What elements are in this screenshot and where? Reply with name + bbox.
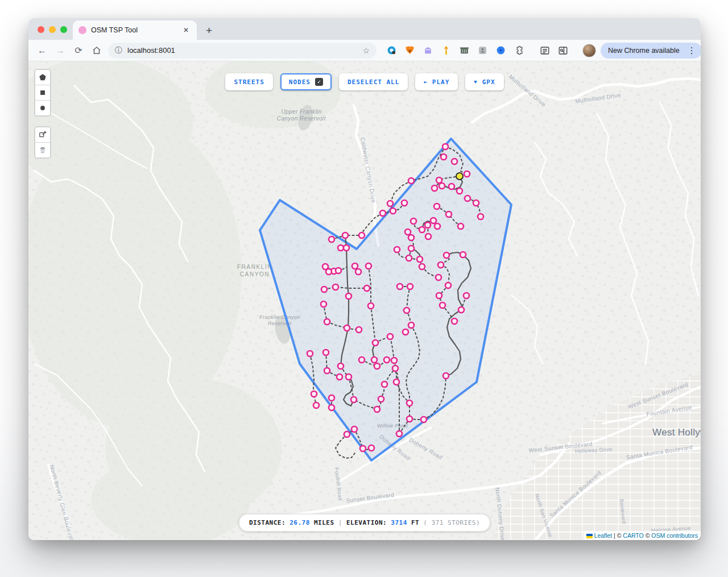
route-node[interactable] <box>338 245 344 251</box>
start-node[interactable] <box>456 173 463 180</box>
route-node[interactable] <box>441 154 446 160</box>
route-node[interactable] <box>352 263 358 269</box>
side-panel-search-icon[interactable] <box>556 44 570 57</box>
route-node[interactable] <box>464 293 469 298</box>
route-node[interactable] <box>407 284 413 289</box>
osm-link[interactable]: OSM contributors <box>651 532 698 539</box>
gray-person-extension-icon[interactable] <box>475 44 489 57</box>
puzzle-extensions-icon[interactable] <box>512 44 526 57</box>
route-node[interactable] <box>321 287 327 292</box>
route-node[interactable] <box>369 445 374 451</box>
torch-extension-icon[interactable] <box>439 44 453 57</box>
url-text[interactable]: localhost:8001 <box>127 46 357 55</box>
leaflet-link[interactable]: Leaflet <box>594 532 613 539</box>
route-node[interactable] <box>364 285 370 291</box>
route-node[interactable] <box>464 171 470 177</box>
route-node[interactable] <box>344 431 350 437</box>
route-node[interactable] <box>360 446 366 451</box>
route-node[interactable] <box>438 262 444 268</box>
route-node[interactable] <box>359 233 365 238</box>
route-node[interactable] <box>368 303 374 309</box>
route-node[interactable] <box>405 229 411 235</box>
route-node[interactable] <box>329 236 334 242</box>
route-node[interactable] <box>333 284 338 290</box>
route-node[interactable] <box>407 400 412 406</box>
route-node[interactable] <box>478 214 483 219</box>
tab-close-icon[interactable]: ✕ <box>181 26 191 34</box>
route-node[interactable] <box>392 366 398 371</box>
route-node[interactable] <box>336 268 341 273</box>
route-node[interactable] <box>408 322 414 328</box>
route-node[interactable] <box>371 357 377 363</box>
route-node[interactable] <box>449 184 454 189</box>
route-node[interactable] <box>411 218 416 224</box>
blue-lock-extension-icon[interactable] <box>384 44 398 57</box>
route-node[interactable] <box>380 210 386 216</box>
route-node[interactable] <box>402 200 407 206</box>
route-node[interactable] <box>404 308 410 313</box>
route-node[interactable] <box>326 269 332 275</box>
route-node[interactable] <box>387 201 393 206</box>
route-node[interactable] <box>351 426 357 432</box>
route-node[interactable] <box>394 379 399 385</box>
map-button-nodes[interactable]: NODES✓ <box>280 73 332 90</box>
route-node[interactable] <box>434 204 440 209</box>
route-node[interactable] <box>324 319 330 325</box>
route-node[interactable] <box>329 395 334 401</box>
back-icon[interactable]: ← <box>35 44 49 57</box>
route-node[interactable] <box>387 334 393 339</box>
route-node[interactable] <box>337 374 342 380</box>
route-node[interactable] <box>355 269 361 275</box>
map-button-streets[interactable]: STREETS <box>225 73 272 90</box>
route-node[interactable] <box>452 318 457 324</box>
chrome-update-button[interactable]: New Chrome available ⋮ <box>601 43 701 59</box>
map-canvas[interactable]: Upper FranklinCanyon ReservoirColdwater … <box>28 61 701 540</box>
delete-layers-button[interactable] <box>35 143 50 157</box>
route-node[interactable] <box>344 245 349 251</box>
forward-icon[interactable]: → <box>53 44 67 57</box>
route-node[interactable] <box>396 431 402 437</box>
route-node[interactable] <box>307 351 313 356</box>
route-node[interactable] <box>458 223 464 229</box>
ghost-extension-icon[interactable] <box>421 44 435 57</box>
map-button-play[interactable]: ►PLAY <box>415 73 458 90</box>
route-node[interactable] <box>378 396 384 402</box>
reload-icon[interactable]: ⟳ <box>72 44 85 57</box>
route-node[interactable] <box>394 247 400 252</box>
route-node[interactable] <box>346 293 351 299</box>
route-node[interactable] <box>419 227 425 233</box>
route-node[interactable] <box>442 144 448 150</box>
route-node[interactable] <box>344 325 350 331</box>
route-node[interactable] <box>419 264 425 269</box>
reading-list-icon[interactable] <box>538 44 552 57</box>
route-node[interactable] <box>403 329 408 335</box>
route-node[interactable] <box>391 358 397 363</box>
route-node[interactable] <box>366 263 371 269</box>
draw-polygon-button[interactable] <box>35 70 50 85</box>
map-viewport[interactable]: Upper FranklinCanyon ReservoirColdwater … <box>28 61 701 540</box>
route-node[interactable] <box>421 417 427 422</box>
route-node[interactable] <box>408 246 414 251</box>
route-node[interactable] <box>436 177 442 183</box>
route-node[interactable] <box>435 223 440 229</box>
new-tab-button[interactable]: + <box>206 25 212 36</box>
draw-circle-button[interactable] <box>35 101 50 115</box>
route-node[interactable] <box>382 381 387 387</box>
route-node[interactable] <box>390 208 396 214</box>
route-node[interactable] <box>356 327 362 333</box>
route-node[interactable] <box>373 340 378 346</box>
profile-avatar[interactable] <box>582 44 596 57</box>
route-node[interactable] <box>444 252 449 258</box>
route-node[interactable] <box>346 374 351 380</box>
route-node[interactable] <box>324 368 330 373</box>
zoom-window-button[interactable] <box>60 26 67 33</box>
route-node[interactable] <box>359 357 365 363</box>
route-node[interactable] <box>407 416 412 422</box>
map-button-gpx[interactable]: ▼GPX <box>465 73 503 90</box>
route-node[interactable] <box>311 391 317 397</box>
route-node[interactable] <box>406 255 412 261</box>
route-node[interactable] <box>452 159 457 164</box>
route-node[interactable] <box>338 363 344 369</box>
browser-tab[interactable]: OSM TSP Tool ✕ <box>73 20 197 40</box>
edit-layers-button[interactable] <box>35 127 50 143</box>
